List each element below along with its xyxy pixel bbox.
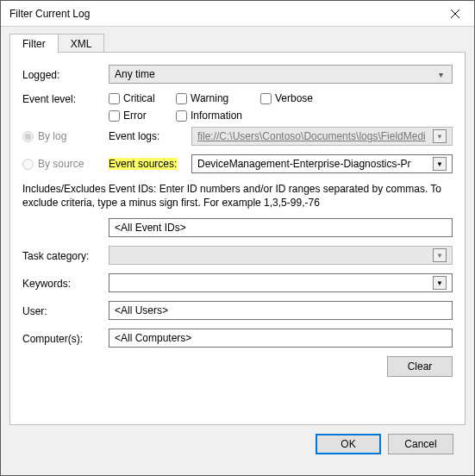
logged-combo[interactable]: Any time ▾ <box>109 65 453 84</box>
check-error-box[interactable] <box>109 110 120 122</box>
event-level-label: Event level: <box>22 92 109 105</box>
event-ids-input[interactable] <box>109 218 453 237</box>
filter-tab-body: Logged: Any time ▾ Event level: Critical <box>9 52 466 425</box>
chevron-down-icon: ▼ <box>433 129 447 143</box>
check-warning-box[interactable] <box>176 93 187 104</box>
check-information[interactable]: Information <box>176 110 262 122</box>
titlebar: Filter Current Log <box>1 1 474 27</box>
check-warning[interactable]: Warning <box>176 92 253 104</box>
content-area: Filter XML Logged: Any time ▾ Event leve… <box>1 27 474 475</box>
event-logs-combo: file://C:\Users\Contoso\Documents\logs\F… <box>191 127 453 146</box>
event-logs-label: Event logs: <box>109 130 191 142</box>
check-error[interactable]: Error <box>109 110 169 122</box>
tabstrip: Filter XML <box>9 34 466 53</box>
check-verbose[interactable]: Verbose <box>260 92 321 104</box>
event-sources-combo[interactable]: DeviceManagement-Enterprise-Diagnostics-… <box>191 154 453 173</box>
by-log-label: By log <box>38 130 66 142</box>
keywords-combo[interactable]: ▼ <box>109 273 453 292</box>
logged-label: Logged: <box>22 68 109 81</box>
computers-input[interactable] <box>109 329 453 348</box>
tab-xml[interactable]: XML <box>58 34 105 53</box>
task-category-label: Task category: <box>22 249 109 262</box>
event-sources-label: Event sources: <box>109 158 177 170</box>
chevron-down-icon: ▾ <box>434 70 447 79</box>
tab-filter[interactable]: Filter <box>9 34 59 53</box>
window-title: Filter Current Log <box>9 8 436 20</box>
chevron-down-icon: ▼ <box>433 157 447 171</box>
chevron-down-icon: ▼ <box>433 248 447 262</box>
user-label: User: <box>22 304 109 317</box>
computers-label: Computer(s): <box>22 332 109 345</box>
clear-button[interactable]: Clear <box>387 356 453 377</box>
by-log-radio <box>22 131 34 142</box>
filter-dialog: Filter Current Log Filter XML Logged: An… <box>0 0 475 476</box>
close-button[interactable] <box>436 1 474 27</box>
close-icon <box>451 9 459 18</box>
includes-description: Includes/Excludes Event IDs: Enter ID nu… <box>22 182 453 210</box>
by-source-radio <box>22 159 34 170</box>
check-information-box[interactable] <box>176 110 187 122</box>
ok-button[interactable]: OK <box>316 434 381 454</box>
by-source-label: By source <box>38 158 84 170</box>
keywords-label: Keywords: <box>22 277 109 290</box>
cancel-button[interactable]: Cancel <box>388 434 453 454</box>
logged-value: Any time <box>115 68 434 80</box>
user-input[interactable] <box>109 301 453 320</box>
check-critical-box[interactable] <box>109 93 120 104</box>
check-verbose-box[interactable] <box>260 93 272 104</box>
dialog-footer: OK Cancel <box>9 425 466 467</box>
event-sources-value: DeviceManagement-Enterprise-Diagnostics-… <box>197 158 429 170</box>
task-category-combo: ▼ <box>109 246 453 265</box>
check-critical[interactable]: Critical <box>109 92 169 104</box>
chevron-down-icon: ▼ <box>433 276 447 290</box>
event-logs-value: file://C:\Users\Contoso\Documents\logs\F… <box>197 130 429 142</box>
